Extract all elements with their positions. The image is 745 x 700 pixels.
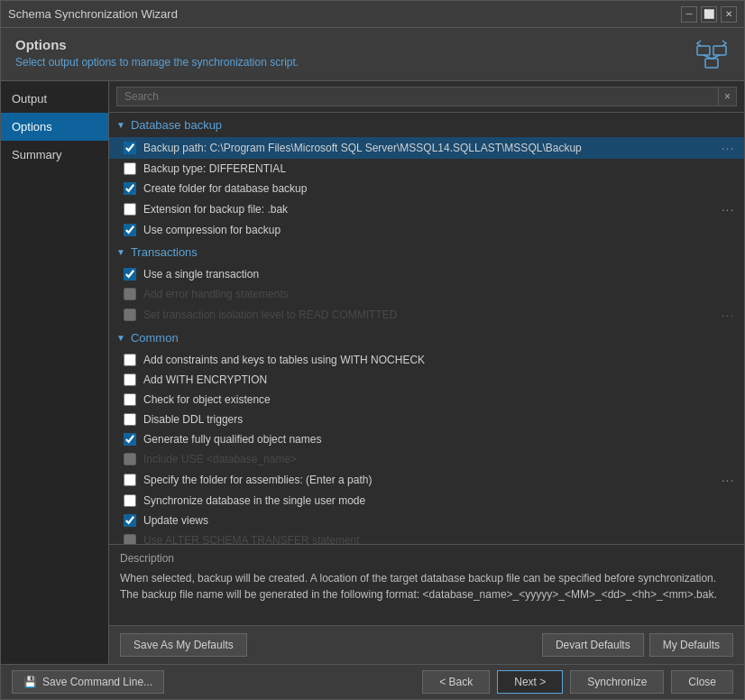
section-header-common[interactable]: ▼ Common	[109, 326, 744, 350]
next-button[interactable]: Next >	[497, 670, 563, 694]
subtitle-link: synchronization script	[191, 56, 295, 69]
sidebar: Output Options Summary	[1, 81, 109, 664]
option-set-transaction: Set transaction isolation level to READ …	[109, 304, 744, 326]
option-backup-path: Backup path: C:\Program Files\Microsoft …	[109, 137, 744, 159]
my-defaults-button[interactable]: My Defaults	[649, 633, 733, 657]
section-arrow-common: ▼	[116, 333, 125, 343]
label-use-alter-schema: Use ALTER SCHEMA TRANSFER statement	[143, 534, 737, 544]
option-fully-qualified: Generate fully qualified object names	[109, 429, 744, 449]
option-extension-backup: Extension for backup file: .bak ···	[109, 198, 744, 220]
label-create-folder: Create folder for database backup	[143, 182, 737, 195]
synchronize-button[interactable]: Synchronize	[570, 670, 664, 694]
checkbox-use-alter-schema[interactable]	[124, 534, 136, 544]
label-set-transaction: Set transaction isolation level to READ …	[143, 309, 719, 321]
save-command-line-button[interactable]: 💾 Save Command Line...	[12, 670, 164, 694]
checkbox-add-encryption[interactable]	[124, 373, 136, 386]
checkbox-add-error-handling[interactable]	[124, 288, 136, 300]
save-command-label: Save Command Line...	[42, 676, 152, 688]
label-use-compression: Use compression for backup	[143, 224, 737, 236]
checkbox-specify-folder[interactable]	[124, 474, 136, 486]
section-title-database-backup: Database backup	[131, 118, 222, 132]
title-bar: Schema Synchronization Wizard ─ ⬜ ✕	[1, 1, 744, 28]
checkbox-set-transaction[interactable]	[124, 309, 136, 321]
options-list: ▼ Database backup Backup path: C:\Progra…	[109, 113, 744, 544]
section-title-transactions: Transactions	[131, 245, 198, 259]
option-add-encryption: Add WITH ENCRYPTION	[109, 370, 744, 390]
section-header-transactions[interactable]: ▼ Transactions	[109, 240, 744, 264]
subtitle-text-before: Select output options to manage the	[15, 56, 191, 69]
label-fully-qualified: Generate fully qualified object names	[143, 433, 737, 446]
label-specify-folder: Specify the folder for assemblies: (Ente…	[143, 474, 719, 486]
checkbox-backup-path[interactable]	[124, 142, 136, 154]
save-icon: 💾	[23, 676, 37, 688]
option-single-transaction: Use a single transaction	[109, 264, 744, 284]
description-panel: Description When selected, backup will b…	[109, 544, 744, 625]
checkbox-single-transaction[interactable]	[124, 268, 136, 281]
label-update-views: Update views	[143, 514, 737, 527]
search-clear-button[interactable]: ×	[719, 87, 737, 106]
sidebar-item-summary[interactable]: Summary	[1, 141, 108, 169]
header-content: Options Select output options to manage …	[15, 37, 299, 69]
option-backup-type: Backup type: DIFFERENTIAL	[109, 159, 744, 179]
close-button[interactable]: Close	[671, 670, 733, 694]
close-window-button[interactable]: ✕	[721, 6, 737, 23]
menu-set-transaction[interactable]: ···	[719, 307, 737, 323]
back-button[interactable]: < Back	[422, 670, 490, 694]
section-arrow-database-backup: ▼	[116, 120, 125, 130]
window-title: Schema Synchronization Wizard	[8, 7, 681, 21]
menu-specify-folder[interactable]: ···	[719, 472, 737, 488]
option-include-use: Include USE <database_name>	[109, 449, 744, 469]
btn-left-group: Save As My Defaults	[120, 633, 247, 657]
label-include-use: Include USE <database_name>	[143, 453, 737, 465]
menu-extension-backup[interactable]: ···	[719, 201, 737, 217]
devart-defaults-button[interactable]: Devart Defaults	[542, 633, 644, 657]
checkbox-update-views[interactable]	[124, 514, 136, 527]
title-bar-buttons: ─ ⬜ ✕	[681, 6, 737, 23]
svg-rect-0	[697, 46, 710, 55]
label-add-constraints: Add constraints and keys to tables using…	[143, 354, 737, 366]
save-defaults-button[interactable]: Save As My Defaults	[120, 633, 247, 657]
option-disable-ddl: Disable DDL triggers	[109, 410, 744, 429]
search-bar: ×	[109, 81, 744, 113]
restore-button[interactable]: ⬜	[701, 6, 717, 23]
subtitle-text-after: .	[296, 56, 299, 69]
option-add-constraints: Add constraints and keys to tables using…	[109, 350, 744, 370]
wizard-icon	[694, 37, 730, 73]
checkbox-add-constraints[interactable]	[124, 354, 136, 366]
section-arrow-transactions: ▼	[116, 247, 125, 257]
option-single-user: Synchronize database in the single user …	[109, 491, 744, 511]
label-extension-backup: Extension for backup file: .bak	[143, 203, 719, 216]
checkbox-create-folder[interactable]	[124, 182, 136, 195]
option-create-folder: Create folder for database backup	[109, 179, 744, 198]
search-input[interactable]	[116, 87, 719, 106]
option-specify-folder: Specify the folder for assemblies: (Ente…	[109, 469, 744, 491]
sidebar-item-output[interactable]: Output	[1, 85, 108, 113]
header-subtitle: Select output options to manage the sync…	[15, 56, 299, 69]
menu-backup-path[interactable]: ···	[719, 140, 737, 156]
section-header-database-backup[interactable]: ▼ Database backup	[109, 113, 744, 137]
checkbox-fully-qualified[interactable]	[124, 433, 136, 446]
checkbox-backup-type[interactable]	[124, 162, 136, 175]
checkbox-extension-backup[interactable]	[124, 203, 136, 216]
minimize-button[interactable]: ─	[681, 6, 697, 23]
checkbox-single-user[interactable]	[124, 494, 136, 507]
header: Options Select output options to manage …	[1, 28, 744, 81]
btn-right-group: Devart Defaults My Defaults	[542, 633, 733, 657]
description-label: Description	[120, 552, 733, 565]
page-title: Options	[15, 37, 299, 52]
option-check-object: Check for object existence	[109, 390, 744, 410]
label-single-user: Synchronize database in the single user …	[143, 494, 737, 507]
label-single-transaction: Use a single transaction	[143, 268, 737, 281]
checkbox-disable-ddl[interactable]	[124, 413, 136, 426]
option-update-views: Update views	[109, 511, 744, 530]
sidebar-item-options[interactable]: Options	[1, 113, 108, 141]
label-check-object: Check for object existence	[143, 393, 737, 406]
checkbox-use-compression[interactable]	[124, 224, 136, 236]
option-add-error-handling: Add error handling statements	[109, 284, 744, 304]
checkbox-include-use[interactable]	[124, 453, 136, 465]
svg-rect-2	[705, 59, 718, 68]
checkbox-check-object[interactable]	[124, 393, 136, 406]
footer: 💾 Save Command Line... < Back Next > Syn…	[1, 664, 744, 699]
right-panel: × ▼ Database backup Backup path: C:\Prog…	[109, 81, 744, 664]
option-use-alter-schema: Use ALTER SCHEMA TRANSFER statement	[109, 530, 744, 544]
